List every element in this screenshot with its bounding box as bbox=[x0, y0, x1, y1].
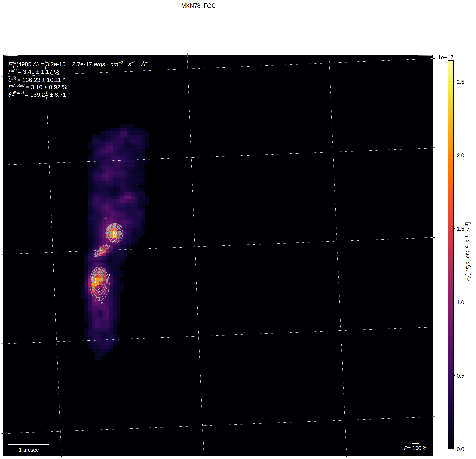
svg-text:P: P bbox=[8, 84, 12, 90]
svg-text:0.0: 0.0 bbox=[457, 446, 464, 452]
svg-text:−2: −2 bbox=[464, 246, 468, 251]
svg-text:= 139.24 ± 8.71 °: = 139.24 ± 8.71 ° bbox=[25, 91, 70, 98]
svg-text:cm: cm bbox=[464, 251, 471, 258]
svg-text:−1: −1 bbox=[464, 224, 468, 228]
svg-text:1 arcsec: 1 arcsec bbox=[19, 447, 39, 453]
svg-text:ergs · cm: ergs · cm bbox=[94, 61, 119, 67]
svg-text:2.0: 2.0 bbox=[457, 152, 464, 159]
svg-text:1.0: 1.0 bbox=[457, 299, 464, 305]
svg-text:θ: θ bbox=[8, 76, 12, 83]
svg-text:·: · bbox=[464, 259, 471, 261]
svg-text:1.5: 1.5 bbox=[457, 226, 464, 232]
svg-text:int: int bbox=[12, 68, 17, 72]
svg-text:θ: θ bbox=[8, 91, 12, 98]
svg-text:·: · bbox=[123, 61, 125, 67]
svg-text:(4985: (4985 bbox=[16, 61, 31, 67]
svg-text:Å: Å bbox=[464, 228, 471, 232]
svg-text:MKN78_FOC: MKN78_FOC bbox=[181, 2, 216, 9]
svg-text:2.5: 2.5 bbox=[457, 79, 464, 85]
svg-text:−1: −1 bbox=[145, 60, 150, 65]
svg-text:−2: −2 bbox=[119, 60, 123, 65]
svg-text:s: s bbox=[464, 240, 471, 242]
svg-text:P: P bbox=[11, 80, 14, 84]
svg-text:P: P bbox=[11, 94, 14, 99]
svg-text:= 100 %: = 100 % bbox=[408, 445, 428, 451]
svg-text:P: P bbox=[404, 445, 408, 451]
svg-text:·: · bbox=[136, 61, 138, 67]
svg-text:± 2.7e-17: ± 2.7e-17 bbox=[67, 61, 92, 67]
svg-text:ergs: ergs bbox=[464, 262, 471, 272]
svg-text:0.5: 0.5 bbox=[457, 373, 464, 379]
svg-text:= 136.23 ± 10.11 °: = 136.23 ± 10.11 ° bbox=[17, 76, 65, 83]
svg-text:P: P bbox=[8, 68, 12, 75]
svg-text:) = 3.2e-15: ) = 3.2e-15 bbox=[37, 61, 66, 67]
svg-text:= 3.41 ± 1.17 %: = 3.41 ± 1.17 % bbox=[18, 68, 60, 75]
svg-text:Å: Å bbox=[141, 61, 145, 67]
svg-text:−1: −1 bbox=[131, 60, 136, 65]
svg-text:F: F bbox=[8, 61, 12, 67]
svg-text:s: s bbox=[128, 61, 131, 67]
svg-text:λ: λ bbox=[467, 275, 471, 278]
svg-text:]: ] bbox=[464, 222, 471, 224]
svg-text:Å: Å bbox=[33, 61, 37, 67]
svg-text:·: · bbox=[464, 243, 471, 245]
svg-text:−1: −1 bbox=[464, 235, 468, 240]
svg-text:1e−17: 1e−17 bbox=[438, 54, 453, 60]
svg-text:·: · bbox=[464, 233, 471, 234]
svg-text:[: [ bbox=[464, 274, 471, 275]
svg-text:= 3.10 ± 0.92 %: = 3.10 ± 0.92 % bbox=[26, 84, 67, 90]
